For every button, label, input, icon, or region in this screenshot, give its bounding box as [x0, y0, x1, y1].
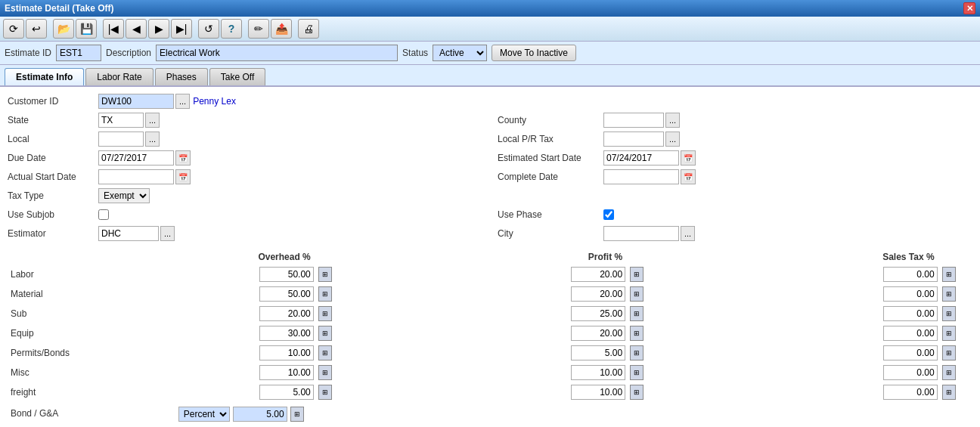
overhead-grid-btn-5[interactable]: ⊞ — [318, 365, 332, 380]
complete-date-calendar-button[interactable]: 📅 — [681, 169, 696, 184]
sales-tax-input-2[interactable] — [883, 306, 938, 321]
sales-tax-input-5[interactable] — [883, 365, 938, 380]
print-button[interactable]: 🖨 — [298, 19, 319, 39]
tax-type-select[interactable]: Exempt Taxable None — [98, 188, 150, 203]
toolbar: ⟳ ↩ 📂 💾 |◀ ◀ ▶ ▶| ↺ ? ✏ 📤 🖨 — [0, 17, 980, 42]
open-button[interactable]: 📂 — [53, 19, 74, 39]
overhead-grid-btn-0[interactable]: ⊞ — [318, 267, 332, 282]
profit-input-5[interactable] — [571, 365, 625, 380]
profit-grid-btn-2[interactable]: ⊞ — [630, 306, 644, 321]
bond-grid-button[interactable]: ⊞ — [290, 407, 304, 422]
help-button[interactable]: ? — [221, 19, 242, 39]
sales-tax-input-6[interactable] — [883, 385, 938, 400]
save-button[interactable]: 💾 — [76, 19, 97, 39]
undo-button[interactable]: ↩ — [26, 19, 47, 39]
overhead-input-6[interactable] — [259, 385, 314, 400]
profit-input-0[interactable] — [571, 267, 625, 282]
sales-tax-input-4[interactable] — [883, 345, 938, 360]
overhead-input-0[interactable] — [259, 267, 314, 282]
overhead-grid-btn-6[interactable]: ⊞ — [318, 385, 332, 400]
actual-start-date-input[interactable] — [98, 169, 174, 184]
profit-grid-btn-6[interactable]: ⊞ — [630, 385, 644, 400]
sales-tax-grid-btn-6[interactable]: ⊞ — [942, 385, 956, 400]
sales-tax-grid-btn-0[interactable]: ⊞ — [942, 267, 956, 282]
rate-row: Misc ⊞ ⊞ ⊞ — [9, 364, 971, 382]
profit-grid-btn-4[interactable]: ⊞ — [630, 345, 644, 360]
county-input[interactable] — [603, 113, 664, 128]
due-date-input[interactable] — [98, 150, 174, 166]
overhead-grid-btn-2[interactable]: ⊞ — [318, 306, 332, 321]
overhead-input-5[interactable] — [259, 365, 314, 380]
estimated-start-date-calendar-button[interactable]: 📅 — [681, 150, 696, 166]
local-pr-tax-browse-button[interactable]: ... — [665, 132, 680, 147]
status-select[interactable]: Active Inactive — [433, 45, 487, 61]
edit-button[interactable]: ✏ — [248, 19, 269, 39]
customer-id-browse-button[interactable]: ... — [175, 94, 190, 109]
local-pr-tax-input[interactable] — [603, 132, 664, 147]
bond-type-select[interactable]: Percent Fixed — [178, 407, 230, 422]
state-label: State — [8, 115, 98, 125]
profit-input-6[interactable] — [571, 385, 625, 400]
sales-tax-input-0[interactable] — [883, 267, 938, 282]
use-phase-checkbox[interactable] — [603, 209, 614, 220]
first-record-button[interactable]: |◀ — [103, 19, 124, 39]
move-inactive-button[interactable]: Move To Inactive — [492, 45, 576, 61]
rate-row-label-4: Permits/Bonds — [9, 344, 175, 362]
city-browse-button[interactable]: ... — [681, 226, 695, 241]
complete-date-input[interactable] — [603, 169, 679, 184]
sales-tax-grid-btn-3[interactable]: ⊞ — [942, 326, 956, 341]
sales-tax-grid-btn-2[interactable]: ⊞ — [942, 306, 956, 321]
tab-estimate-info[interactable]: Estimate Info — [5, 68, 84, 85]
sales-tax-input-3[interactable] — [883, 326, 938, 341]
description-input[interactable] — [156, 45, 398, 61]
profit-input-4[interactable] — [571, 345, 625, 360]
tab-take-off[interactable]: Take Off — [209, 68, 265, 85]
actual-start-date-calendar-button[interactable]: 📅 — [175, 169, 191, 184]
bond-value-input[interactable] — [233, 407, 287, 422]
use-subjob-checkbox[interactable] — [98, 209, 109, 220]
city-input[interactable] — [603, 226, 679, 241]
local-input[interactable] — [98, 132, 144, 147]
profit-grid-btn-5[interactable]: ⊞ — [630, 365, 644, 380]
due-date-calendar-button[interactable]: 📅 — [175, 150, 191, 166]
overhead-input-4[interactable] — [259, 345, 314, 360]
customer-id-input[interactable] — [98, 94, 174, 109]
profit-input-1[interactable] — [571, 286, 625, 302]
local-browse-button[interactable]: ... — [145, 132, 160, 147]
state-input[interactable] — [98, 113, 144, 128]
profit-input-3[interactable] — [571, 326, 625, 341]
export-button[interactable]: 📤 — [271, 19, 292, 39]
profit-grid-btn-3[interactable]: ⊞ — [630, 326, 644, 341]
tab-phases[interactable]: Phases — [155, 68, 208, 85]
overhead-grid-btn-4[interactable]: ⊞ — [318, 345, 332, 360]
estimate-id-input[interactable] — [56, 45, 101, 61]
actual-start-date-label: Actual Start Date — [8, 172, 98, 182]
local-row: Local ... — [8, 131, 482, 147]
last-record-button[interactable]: ▶| — [171, 19, 192, 39]
sales-tax-grid-btn-1[interactable]: ⊞ — [942, 286, 956, 302]
overhead-input-1[interactable] — [259, 286, 314, 302]
county-browse-button[interactable]: ... — [665, 113, 680, 128]
sales-tax-input-1[interactable] — [883, 286, 938, 302]
profit-grid-btn-1[interactable]: ⊞ — [630, 286, 644, 302]
profit-grid-btn-0[interactable]: ⊞ — [630, 267, 644, 282]
cycle-button[interactable]: ↺ — [198, 19, 219, 39]
next-record-button[interactable]: ▶ — [148, 19, 169, 39]
sales-tax-grid-btn-4[interactable]: ⊞ — [942, 345, 956, 360]
city-row: City ... — [498, 225, 972, 242]
prev-record-button[interactable]: ◀ — [126, 19, 147, 39]
estimated-start-date-input[interactable] — [603, 150, 679, 166]
refresh-button[interactable]: ⟳ — [3, 19, 24, 39]
overhead-grid-btn-3[interactable]: ⊞ — [318, 326, 332, 341]
tab-labor-rate[interactable]: Labor Rate — [85, 68, 153, 85]
state-browse-button[interactable]: ... — [145, 113, 160, 128]
close-button[interactable]: ✕ — [963, 2, 975, 14]
estimator-input[interactable] — [98, 226, 159, 241]
overhead-grid-btn-1[interactable]: ⊞ — [318, 286, 332, 302]
tabs-row: Estimate Info Labor Rate Phases Take Off — [0, 65, 980, 87]
profit-input-2[interactable] — [571, 306, 625, 321]
estimator-browse-button[interactable]: ... — [160, 226, 175, 241]
overhead-input-3[interactable] — [259, 326, 314, 341]
overhead-input-2[interactable] — [259, 306, 314, 321]
sales-tax-grid-btn-5[interactable]: ⊞ — [942, 365, 956, 380]
